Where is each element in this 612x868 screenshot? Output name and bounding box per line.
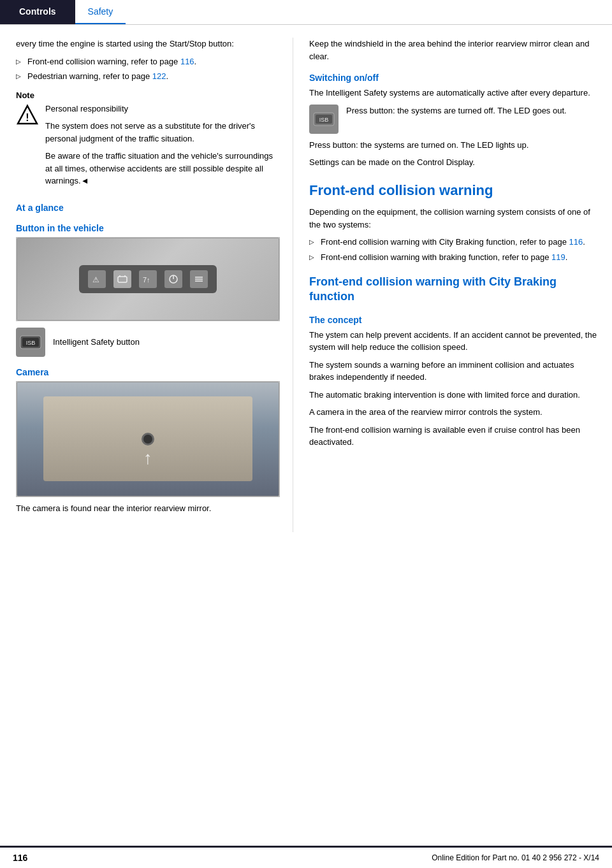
right-column: Keep the windshield in the area behind t… (293, 38, 612, 532)
note-body: Personal responsibility The system does … (45, 103, 280, 192)
link-119[interactable]: 119 (551, 252, 565, 262)
concept-para3: The automatic braking intervention is do… (309, 389, 599, 401)
button-panel-graphic: ⚠ 7↑ (17, 238, 279, 321)
svg-rect-3 (118, 277, 127, 282)
note-para1: Personal responsibility (45, 103, 280, 115)
intelligent-safety-icon: ISB (16, 328, 45, 357)
footer-text: Online Edition for Part no. 01 40 2 956 … (432, 853, 599, 862)
windshield-text: Keep the windshield in the area behind t… (309, 38, 599, 62)
button-row: ⚠ 7↑ (79, 265, 217, 293)
bullet-city-braking: Front-end collision warning with City Br… (309, 236, 599, 249)
left-column: every time the engine is started using t… (0, 38, 293, 532)
svg-text:ISB: ISB (26, 340, 36, 346)
at-a-glance-heading: At a glance (16, 203, 280, 213)
svg-text:7↑: 7↑ (143, 276, 150, 284)
concept-para4: A camera in the area of the rearview mir… (309, 406, 599, 419)
concept-para1: The ystem can help prevent accidents. If… (309, 329, 599, 354)
press-on-text: Press button: the systems are turned on.… (309, 139, 599, 152)
front-end-heading: Front-end collision warning (309, 182, 599, 200)
btn-3: 7↑ (139, 270, 157, 288)
svg-text:!: ! (26, 112, 29, 123)
city-braking-heading: Front-end collision warning with City Br… (309, 275, 599, 305)
note-para3: Be aware of the traffic situation and th… (45, 150, 280, 187)
svg-text:ISB: ISB (319, 117, 329, 123)
switch-icon: ISB (309, 105, 339, 134)
camera-lens (142, 433, 154, 445)
isb-svg: ISB (19, 331, 42, 354)
settings-text: Settings can be made on the Control Disp… (309, 156, 599, 169)
note-title: Note (16, 90, 280, 100)
link-116[interactable]: 116 (180, 57, 194, 66)
front-end-bullets: Front-end collision warning with City Br… (309, 236, 599, 263)
btn-4 (164, 270, 182, 288)
switch-svg: ISB (312, 108, 335, 131)
camera-heading: Camera (16, 367, 280, 377)
btn-5 (190, 270, 208, 288)
switch-off-row: ISB Press button: the systems are turned… (309, 105, 599, 134)
intro-bullets: Front-end collision warning, refer to pa… (16, 55, 280, 83)
camera-image: ↑ (16, 381, 280, 497)
concept-para5: The front-end collision warning is avail… (309, 424, 599, 449)
note-para2: The system does not serve as a substitut… (45, 120, 280, 145)
link-116-right[interactable]: 116 (569, 237, 583, 247)
bullet-pedestrian: Pedestrian warning, refer to page 122. (16, 70, 280, 83)
front-end-description: Depending on the equipment, the collisio… (309, 206, 599, 231)
camera-caption: The camera is found near the interior re… (16, 502, 280, 515)
bullet-braking-function: Front-end collision warning with braking… (309, 251, 599, 264)
controls-tab[interactable]: Controls (0, 0, 75, 24)
isb-row: ISB Intelligent Safety button (16, 328, 280, 357)
camera-arrow-icon: ↑ (143, 448, 152, 468)
button-heading: Button in the vehicle (16, 223, 280, 233)
switching-description: The Intelligent Safety systems are autom… (309, 87, 599, 99)
note-section: Note ! Personal responsibility The syste… (16, 90, 280, 192)
switch-off-text: Press button: the systems are turned off… (346, 105, 567, 117)
button-panel-image: ⚠ 7↑ (16, 237, 280, 321)
switching-heading: Switching on/off (309, 73, 599, 83)
concept-heading: The concept (309, 315, 599, 325)
svg-text:⚠: ⚠ (92, 275, 99, 284)
concept-para2: The system sounds a warning before an im… (309, 359, 599, 384)
page-header: Controls Safety (0, 0, 612, 25)
note-content: ! Personal responsibility The system doe… (16, 103, 280, 192)
page-number: 116 (13, 853, 27, 863)
isb-label: Intelligent Safety button (53, 337, 140, 347)
btn-1: ⚠ (88, 270, 106, 288)
btn-2 (113, 270, 131, 288)
page-footer: 116 Online Edition for Part no. 01 40 2 … (0, 846, 612, 868)
intro-text: every time the engine is started using t… (16, 38, 280, 50)
safety-tab[interactable]: Safety (75, 0, 126, 24)
main-content: every time the engine is started using t… (0, 25, 612, 532)
warning-triangle-icon: ! (16, 104, 39, 127)
car-interior-view: ↑ (43, 396, 252, 482)
bullet-front-end: Front-end collision warning, refer to pa… (16, 55, 280, 68)
camera-graphic: ↑ (17, 382, 279, 496)
link-122[interactable]: 122 (152, 71, 166, 81)
